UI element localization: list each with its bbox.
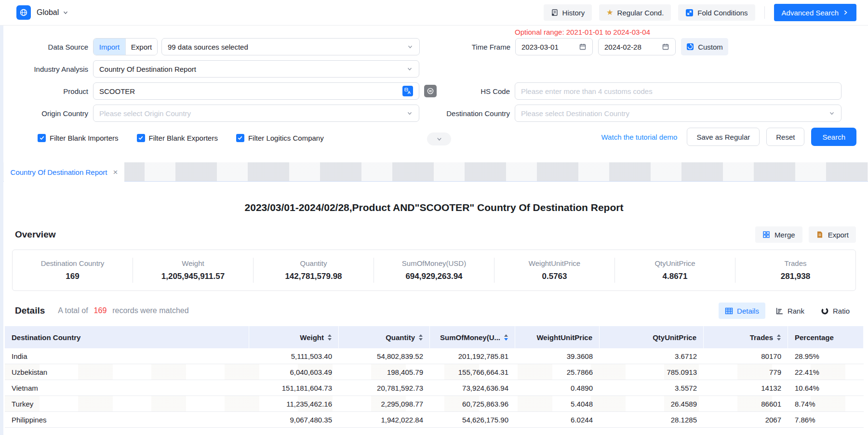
table-cell: Philippines	[5, 416, 249, 424]
export-icon	[816, 231, 824, 238]
view-details-button[interactable]: Details	[719, 303, 765, 319]
fold-icon	[685, 9, 694, 17]
expand-conditions-button[interactable]	[427, 132, 451, 145]
column-header-percentage: Percentage	[788, 326, 864, 348]
view-rank-button[interactable]: Rank	[769, 303, 811, 319]
export-button[interactable]: Export	[809, 226, 856, 243]
sort-arrows-icon[interactable]	[777, 334, 781, 341]
view-ratio-label: Ratio	[833, 307, 850, 315]
checkbox-row: Filter Blank Importers Filter Blank Expo…	[38, 132, 324, 144]
origin-country-select[interactable]: Please select Origin Country	[93, 105, 419, 122]
industry-analysis-value: Country Of Destination Report	[99, 65, 196, 73]
table-cell: 86601	[704, 400, 788, 408]
reset-button[interactable]: Reset	[766, 128, 804, 146]
checkbox-checked-icon	[137, 134, 145, 142]
checkbox-filter-blank-exporters[interactable]: Filter Blank Exporters	[137, 134, 218, 142]
industry-analysis-label: Industry Analysis	[0, 65, 93, 73]
checkbox-label: Filter Blank Importers	[50, 134, 119, 142]
column-header-weight[interactable]: Weight	[249, 326, 339, 348]
fold-conditions-button[interactable]: Fold Conditions	[678, 4, 755, 21]
stat-label: Trades	[735, 259, 855, 267]
optional-range-hint: Optional range: 2021-01-01 to 2024-03-04	[515, 28, 650, 36]
stat-quantity: Quantity 142,781,579.98	[253, 258, 374, 283]
table-cell: India	[5, 352, 249, 360]
fold-conditions-label: Fold Conditions	[697, 9, 748, 17]
table-cell: 198,405.79	[339, 368, 430, 376]
column-header-trades[interactable]: Trades	[704, 326, 788, 348]
advanced-search-button[interactable]: Advanced Search	[774, 4, 856, 21]
column-label: SumOfMoney(U...	[440, 333, 500, 342]
column-label: WeightUnitPrice	[536, 333, 592, 342]
sort-arrows-icon[interactable]	[504, 334, 508, 341]
details-heading: Details	[12, 305, 45, 316]
destination-country-select[interactable]: Please select Destination Country	[515, 105, 841, 122]
chevron-down-icon	[62, 9, 69, 16]
stat-label: QtyUnitPrice	[615, 259, 735, 267]
region-selector[interactable]: Global	[37, 8, 69, 17]
chevron-down-icon	[407, 43, 414, 50]
column-header-destination-country: Destination Country	[5, 326, 249, 348]
regular-cond-button[interactable]: ★ Regular Cond.	[599, 4, 671, 21]
details-table: Destination CountryWeightQuantitySumOfMo…	[5, 326, 864, 428]
start-date-input[interactable]: 2023-03-01	[515, 38, 593, 55]
topbar: Global History ★ Regular Cond. Fold Cond…	[0, 0, 868, 26]
table-cell: 54,626,175.90	[430, 416, 515, 424]
sort-arrows-icon[interactable]	[419, 334, 423, 341]
column-header-sumofmoney-u[interactable]: SumOfMoney(U...	[430, 326, 515, 348]
search-button[interactable]: Search	[811, 128, 856, 146]
globe-logo-icon	[16, 5, 31, 20]
view-ratio-button[interactable]: Ratio	[815, 303, 856, 319]
merge-button[interactable]: Merge	[755, 226, 802, 243]
product-label: Product	[0, 87, 93, 95]
table-cell: 785.0913	[600, 368, 704, 376]
table-cell: 6.0244	[515, 416, 600, 424]
export-tab[interactable]: Export	[125, 39, 157, 55]
industry-analysis-select[interactable]: Country Of Destination Report	[93, 60, 419, 78]
sort-arrows-icon[interactable]	[328, 334, 332, 341]
tutorial-link[interactable]: Watch the tutorial demo	[601, 133, 678, 141]
hs-code-input[interactable]: Please enter more than 4 customs codes	[521, 87, 653, 95]
table-body: India5,111,503.4054,802,839.52201,192,78…	[5, 348, 864, 428]
table-cell: 11,235,462.16	[249, 400, 339, 408]
table-cell: 5.4048	[515, 400, 600, 408]
end-date-value: 2024-02-28	[604, 43, 641, 51]
total-suffix: records were matched	[112, 306, 188, 315]
checkbox-label: Filter Blank Exporters	[149, 134, 218, 142]
history-icon	[551, 9, 559, 16]
stat-label: WeightUnitPrice	[494, 259, 614, 267]
table-cell: 201,192,785.81	[430, 352, 515, 360]
records-matched-text: A total of 169 records were matched	[58, 306, 188, 315]
exact-match-icon[interactable]	[424, 85, 437, 97]
product-input[interactable]	[99, 87, 402, 95]
save-as-regular-button[interactable]: Save as Regular	[687, 128, 760, 146]
table-cell: 9,067,480.35	[249, 416, 339, 424]
stat-value: 0.5763	[494, 272, 614, 281]
tab-country-of-destination-report[interactable]: Country Of Destination Report ×	[4, 162, 124, 182]
import-tab[interactable]: Import	[93, 39, 125, 55]
checkbox-filter-blank-importers[interactable]: Filter Blank Importers	[38, 134, 119, 142]
table-cell: 5,111,503.40	[249, 352, 339, 360]
column-label: Weight	[300, 333, 324, 342]
view-details-label: Details	[737, 307, 759, 315]
history-button[interactable]: History	[544, 4, 592, 21]
data-sources-select[interactable]: 99 data sources selected	[161, 38, 420, 55]
origin-country-placeholder: Please select Origin Country	[99, 109, 191, 118]
filter-panel: Optional range: 2021-01-01 to 2024-03-04…	[0, 26, 868, 162]
overview-stats-card: Destination Country 169 Weight 1,205,945…	[12, 250, 856, 291]
close-icon[interactable]: ×	[113, 168, 118, 176]
custom-range-button[interactable]: Custom	[681, 38, 728, 55]
stat-trades: Trades 281,938	[735, 258, 855, 283]
column-header-quantity[interactable]: Quantity	[339, 326, 430, 348]
stat-label: Weight	[133, 259, 253, 267]
table-cell: 60,725,863.96	[430, 400, 515, 408]
column-label: Trades	[750, 333, 773, 342]
table-icon	[725, 307, 733, 315]
stat-value: 169	[13, 272, 133, 281]
table-cell: 80170	[704, 352, 788, 360]
region-label: Global	[37, 8, 59, 17]
end-date-input[interactable]: 2024-02-28	[598, 38, 676, 55]
stat-label: SumOfMoney(USD)	[374, 259, 494, 267]
checkbox-filter-logitics-company[interactable]: Filter Logitics Company	[236, 134, 324, 142]
translate-icon[interactable]: A	[402, 86, 413, 96]
stat-value: 281,938	[735, 272, 855, 281]
